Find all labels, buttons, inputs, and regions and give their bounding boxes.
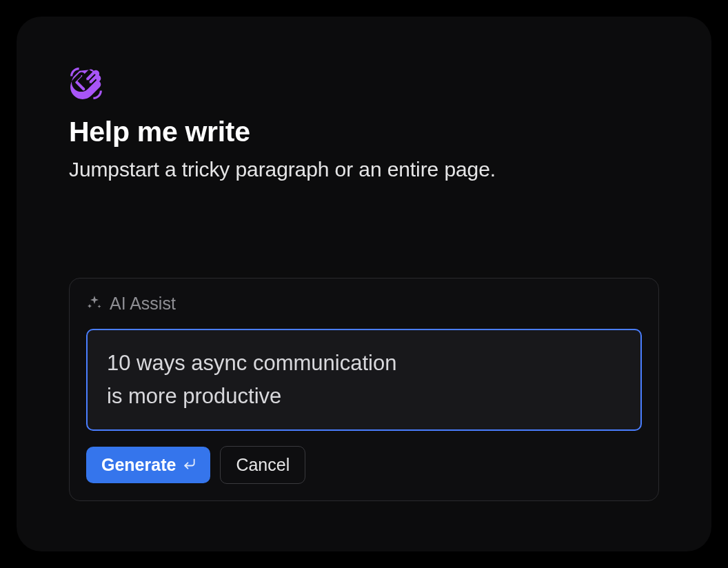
assist-header: AI Assist bbox=[86, 294, 642, 314]
prompt-input-wrapper[interactable]: 10 ways async communication is more prod… bbox=[86, 329, 642, 431]
assist-label: AI Assist bbox=[110, 294, 176, 314]
prompt-input[interactable]: 10 ways async communication is more prod… bbox=[107, 347, 621, 413]
button-row: Generate Cancel bbox=[86, 446, 642, 484]
generate-button-label: Generate bbox=[101, 455, 176, 475]
sparkle-icon bbox=[86, 294, 103, 314]
page-title: Help me write bbox=[69, 116, 659, 148]
feature-card: Help me write Jumpstart a tricky paragra… bbox=[17, 17, 711, 551]
cancel-button[interactable]: Cancel bbox=[220, 446, 305, 484]
ai-assist-panel: AI Assist 10 ways async communication is… bbox=[69, 278, 659, 501]
generate-button[interactable]: Generate bbox=[86, 447, 210, 483]
page-subtitle: Jumpstart a tricky paragraph or an entir… bbox=[69, 158, 659, 181]
wave-hand-icon bbox=[69, 66, 659, 103]
enter-key-icon bbox=[183, 455, 196, 475]
